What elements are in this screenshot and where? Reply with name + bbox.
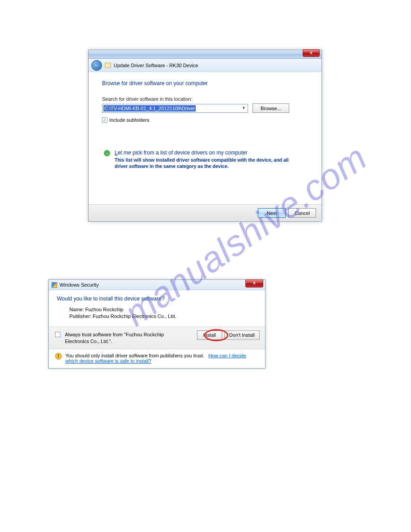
browse-button[interactable]: Browse... (253, 103, 289, 113)
pick-option-title: Let me pick from a list of device driver… (115, 150, 303, 156)
dialog1-footer: Next Cancel (89, 204, 321, 221)
dont-install-button[interactable]: Don't Install (224, 330, 260, 340)
dialog1-breadcrumb: ← Update Driver Software - RK30 Device (89, 59, 321, 72)
software-info: Name: Fuzhou Rockchip Publisher: Fuzhou … (69, 306, 257, 320)
arrow-right-icon: → (104, 150, 110, 156)
dialog1-body: Browse for driver software on your compu… (89, 72, 321, 204)
driver-path-value: C:\TV-HDMI-KB-01_4.1_20121109\Driver (103, 105, 196, 112)
install-button[interactable]: Install (197, 330, 222, 340)
warning-icon: ! (55, 353, 62, 360)
dialog1-heading: Browse for driver software on your compu… (102, 80, 308, 86)
dialog2-titlebar[interactable]: Windows Security x (49, 280, 265, 290)
search-location-label: Search for driver software in this locat… (102, 96, 308, 102)
back-button[interactable]: ← (91, 60, 102, 71)
arrow-left-icon: ← (94, 62, 100, 69)
warning-text: You should only install driver software … (65, 353, 204, 358)
pick-option-description: This list will show installed driver sof… (115, 157, 303, 169)
folder-icon (105, 63, 111, 68)
pick-from-list-option[interactable]: → Let me pick from a list of device driv… (102, 150, 308, 169)
always-trust-label: Always trust software from "Fuzhou Rockc… (65, 331, 181, 345)
software-name: Name: Fuzhou Rockchip (69, 306, 257, 313)
dialog2-title: Windows Security (60, 282, 98, 287)
next-button[interactable]: Next (258, 208, 286, 218)
close-button[interactable]: x (245, 279, 263, 287)
close-button[interactable]: x (303, 49, 320, 57)
dialog2-middle: Always trust software from "Fuzhou Rockc… (49, 326, 265, 350)
include-subfolders-label: Include subfolders (109, 117, 149, 123)
update-driver-dialog: x ← Update Driver Software - RK30 Device… (88, 50, 322, 222)
software-publisher: Publisher: Fuzhou Rockchip Electronics C… (69, 313, 257, 320)
shield-icon (51, 282, 57, 288)
dialog2-top: Would you like to install this device so… (49, 290, 265, 326)
windows-security-dialog: Windows Security x Would you like to ins… (48, 279, 265, 369)
dialog2-heading: Would you like to install this device so… (57, 296, 257, 302)
dialog1-titlebar[interactable]: x (89, 50, 321, 59)
chevron-down-icon[interactable]: ▼ (242, 106, 246, 110)
dialog1-title: Update Driver Software - RK30 Device (114, 63, 198, 68)
include-subfolders-checkbox[interactable]: ✓ (102, 117, 107, 123)
dialog2-warning: ! You should only install driver softwar… (49, 349, 265, 368)
driver-path-input[interactable]: C:\TV-HDMI-KB-01_4.1_20121109\Driver ▼ (102, 104, 248, 113)
always-trust-checkbox[interactable] (55, 332, 60, 337)
cancel-button[interactable]: Cancel (288, 208, 316, 218)
